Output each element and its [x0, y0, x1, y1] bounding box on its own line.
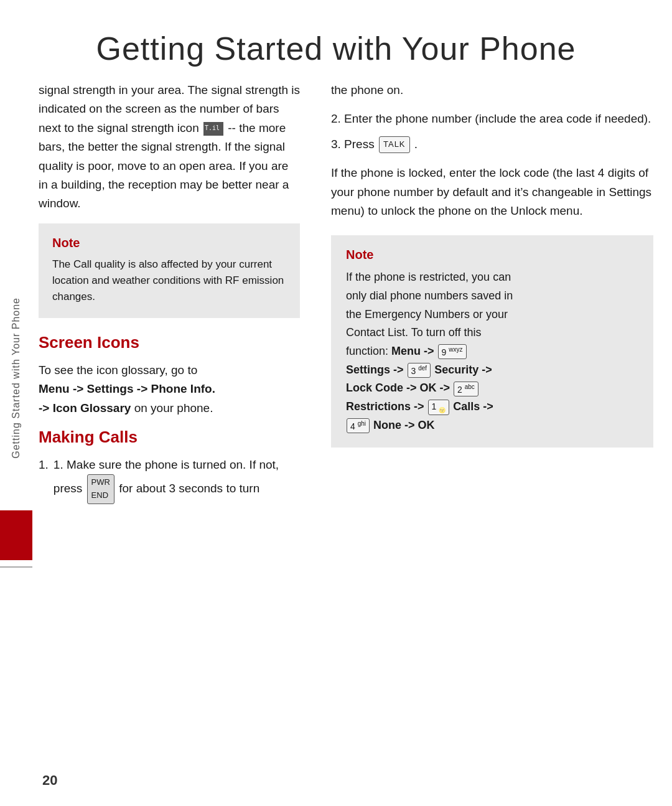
sidebar-label: Getting Started with Your Phone	[11, 298, 22, 459]
key-2abc: 2 abc	[454, 382, 478, 396]
locked-text: If the phone is locked, enter the lock c…	[331, 164, 653, 220]
screen-icons-heading: Screen Icons	[39, 333, 300, 352]
right-column: the phone on. 2. Enter the phone number …	[325, 81, 653, 769]
making-calls-list: 1. 1. Make sure the phone is turned on. …	[39, 456, 300, 504]
content-area: signal strength in your area. The signal…	[39, 81, 653, 769]
list-item-3: 3. Press TALK .	[331, 135, 653, 154]
screen-icons-body: To see the icon glossary, go to Menu -> …	[39, 361, 300, 418]
key-3def: 3 def	[408, 363, 431, 378]
left-column: signal strength in your area. The signal…	[39, 81, 325, 769]
note-box-left: Note The Call quality is also affected b…	[39, 223, 300, 318]
talk-button: TALK	[379, 136, 410, 153]
note-label-left: Note	[52, 236, 286, 250]
making-calls-heading: Making Calls	[39, 428, 300, 447]
key-4ghi: 4 ghi	[347, 418, 370, 433]
note-box-right: Note If the phone is restricted, you can…	[331, 235, 653, 447]
sidebar: Getting Started with Your Phone	[0, 0, 32, 806]
list-item-2: 2. Enter the phone number (include the a…	[331, 110, 653, 128]
page-number: 20	[42, 772, 57, 789]
key-1: 1 🌝	[428, 400, 450, 415]
step1-cont: the phone on.	[331, 81, 653, 100]
list-item-1: 1. 1. Make sure the phone is turned on. …	[39, 456, 300, 504]
right-note-text: If the phone is restricted, you can only…	[346, 268, 638, 434]
signal-strength-icon	[203, 122, 223, 136]
key-9wxyz: 9 wxyz	[438, 344, 467, 359]
sidebar-line	[0, 566, 32, 568]
intro-text-1: signal strength in your area. The signal…	[39, 81, 300, 213]
note-label-right: Note	[346, 248, 638, 262]
note-text-left: The Call quality is also affected by you…	[52, 256, 286, 306]
power-button: PWREND	[87, 474, 114, 504]
steps-list-right: 2. Enter the phone number (include the a…	[331, 110, 653, 154]
page-container: Getting Started with Your Phone Getting …	[0, 0, 672, 806]
sidebar-red-block	[0, 510, 32, 560]
page-title: Getting Started with Your Phone	[0, 0, 672, 90]
